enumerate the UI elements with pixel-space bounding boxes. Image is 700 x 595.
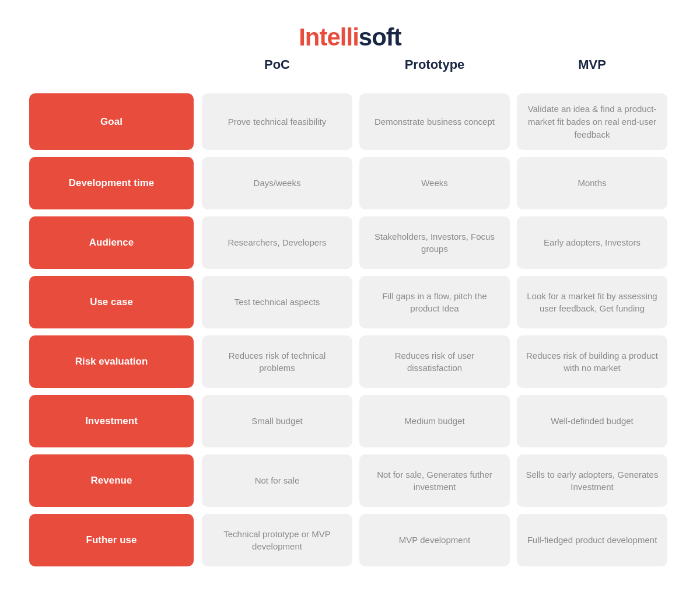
cell-poc-3: Test technical aspects (202, 276, 352, 328)
cell-prototype-0: Demonstrate business concept (359, 93, 510, 150)
comparison-table: PoC Prototype MVP GoalProve technical fe… (29, 51, 671, 570)
cell-mvp-7: Full-fiedged product development (517, 514, 667, 566)
header-empty (29, 51, 198, 90)
label-audience: Audience (29, 216, 194, 269)
logo: Intellisoft (299, 23, 401, 51)
cell-prototype-2: Stakeholders, Investors, Focus groups (359, 216, 510, 269)
cell-poc-2: Researchers, Developers (202, 216, 352, 269)
label-futher-use: Futher use (29, 514, 194, 566)
label-use-case: Use case (29, 276, 194, 328)
label-risk-evaluation: Risk evaluation (29, 335, 194, 388)
logo-soft: soft (359, 23, 401, 51)
cell-poc-1: Days/weeks (202, 157, 352, 209)
header-poc: PoC (198, 51, 356, 90)
cell-prototype-1: Weeks (359, 157, 510, 209)
cell-poc-0: Prove technical feasibility (202, 93, 352, 150)
header-prototype: Prototype (356, 51, 513, 90)
cell-prototype-6: Not for sale, Generates futher investmen… (359, 454, 510, 507)
cell-mvp-3: Look for a market fit by assessing user … (517, 276, 667, 328)
label-investment: Investment (29, 395, 194, 447)
logo-intelli: Intelli (299, 23, 359, 51)
label-development-time: Development time (29, 157, 194, 209)
cell-prototype-4: Reduces risk of user dissatisfaction (359, 335, 510, 388)
cell-mvp-4: Reduces risk of building a product with … (517, 335, 667, 388)
cell-prototype-7: MVP development (359, 514, 510, 566)
cell-poc-6: Not for sale (202, 454, 352, 507)
cell-mvp-5: Well-definded budget (517, 395, 667, 447)
label-revenue: Revenue (29, 454, 194, 507)
cell-poc-5: Small budget (202, 395, 352, 447)
cell-mvp-0: Validate an idea & find a product-market… (517, 93, 667, 150)
header-mvp: MVP (513, 51, 671, 90)
cell-mvp-1: Months (517, 157, 667, 209)
cell-poc-4: Reduces risk of technical problems (202, 335, 352, 388)
cell-mvp-6: Sells to early adopters, Generates Inves… (517, 454, 667, 507)
cell-prototype-5: Medium budget (359, 395, 510, 447)
cell-prototype-3: Fill gaps in a flow, pitch the product I… (359, 276, 510, 328)
cell-poc-7: Technical prototype or MVP development (202, 514, 352, 566)
label-goal: Goal (29, 93, 194, 150)
cell-mvp-2: Early adopters, Investors (517, 216, 667, 269)
